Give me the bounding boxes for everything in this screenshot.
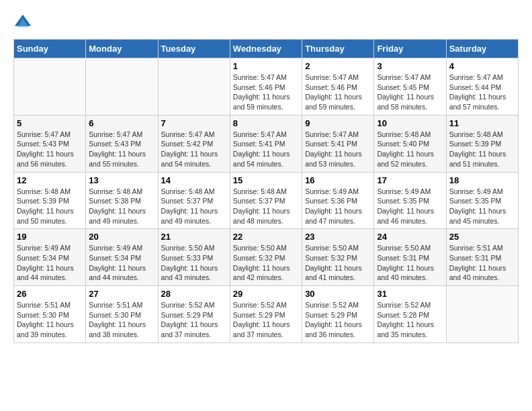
day-cell: 8Sunrise: 5:47 AM Sunset: 5:41 PM Daylig… — [230, 115, 302, 172]
day-number: 17 — [377, 175, 443, 185]
day-cell — [158, 58, 230, 116]
day-number: 6 — [89, 118, 154, 128]
day-number: 26 — [17, 289, 83, 299]
day-number: 13 — [89, 175, 154, 185]
day-cell: 7Sunrise: 5:47 AM Sunset: 5:42 PM Daylig… — [158, 115, 230, 172]
day-cell: 11Sunrise: 5:48 AM Sunset: 5:39 PM Dayli… — [446, 115, 518, 172]
day-cell — [446, 286, 518, 343]
day-cell: 2Sunrise: 5:47 AM Sunset: 5:46 PM Daylig… — [302, 58, 374, 116]
day-number: 5 — [17, 118, 83, 128]
day-number: 27 — [89, 289, 154, 299]
day-cell: 14Sunrise: 5:48 AM Sunset: 5:37 PM Dayli… — [158, 172, 230, 229]
day-cell: 6Sunrise: 5:47 AM Sunset: 5:43 PM Daylig… — [86, 115, 158, 172]
day-cell: 23Sunrise: 5:50 AM Sunset: 5:32 PM Dayli… — [302, 229, 374, 286]
day-number: 20 — [89, 232, 154, 242]
header — [13, 13, 519, 32]
day-cell: 26Sunrise: 5:51 AM Sunset: 5:30 PM Dayli… — [14, 286, 86, 343]
week-row-3: 19Sunrise: 5:49 AM Sunset: 5:34 PM Dayli… — [14, 229, 519, 286]
day-info: Sunrise: 5:47 AM Sunset: 5:42 PM Dayligh… — [161, 130, 227, 169]
day-info: Sunrise: 5:48 AM Sunset: 5:39 PM Dayligh… — [449, 130, 515, 169]
day-info: Sunrise: 5:47 AM Sunset: 5:41 PM Dayligh… — [233, 130, 299, 169]
day-number: 3 — [377, 61, 443, 71]
day-cell: 10Sunrise: 5:48 AM Sunset: 5:40 PM Dayli… — [374, 115, 446, 172]
week-row-0: 1Sunrise: 5:47 AM Sunset: 5:46 PM Daylig… — [14, 58, 519, 116]
day-info: Sunrise: 5:47 AM Sunset: 5:44 PM Dayligh… — [449, 73, 515, 112]
day-info: Sunrise: 5:49 AM Sunset: 5:34 PM Dayligh… — [17, 243, 83, 283]
day-number: 8 — [233, 118, 299, 128]
day-cell — [86, 58, 158, 116]
day-info: Sunrise: 5:49 AM Sunset: 5:35 PM Dayligh… — [449, 187, 515, 226]
week-row-1: 5Sunrise: 5:47 AM Sunset: 5:43 PM Daylig… — [14, 115, 519, 172]
day-cell: 13Sunrise: 5:48 AM Sunset: 5:38 PM Dayli… — [86, 172, 158, 229]
day-number: 25 — [449, 232, 515, 242]
logo — [13, 13, 35, 32]
day-number: 29 — [233, 289, 299, 299]
day-cell: 28Sunrise: 5:52 AM Sunset: 5:29 PM Dayli… — [158, 286, 230, 343]
day-number: 4 — [449, 61, 515, 71]
day-cell: 9Sunrise: 5:47 AM Sunset: 5:41 PM Daylig… — [302, 115, 374, 172]
day-cell: 24Sunrise: 5:50 AM Sunset: 5:31 PM Dayli… — [374, 229, 446, 286]
day-number: 1 — [233, 61, 299, 71]
header-row: SundayMondayTuesdayWednesdayThursdayFrid… — [14, 40, 519, 58]
day-cell: 19Sunrise: 5:49 AM Sunset: 5:34 PM Dayli… — [14, 229, 86, 286]
header-cell-saturday: Saturday — [446, 40, 518, 58]
week-row-2: 12Sunrise: 5:48 AM Sunset: 5:39 PM Dayli… — [14, 172, 519, 229]
header-cell-thursday: Thursday — [302, 40, 374, 58]
day-info: Sunrise: 5:48 AM Sunset: 5:40 PM Dayligh… — [377, 130, 443, 169]
day-number: 15 — [233, 175, 299, 185]
day-cell: 15Sunrise: 5:48 AM Sunset: 5:37 PM Dayli… — [230, 172, 302, 229]
day-number: 2 — [305, 61, 371, 71]
day-info: Sunrise: 5:47 AM Sunset: 5:45 PM Dayligh… — [377, 73, 443, 112]
day-info: Sunrise: 5:48 AM Sunset: 5:39 PM Dayligh… — [17, 187, 83, 226]
day-number: 16 — [305, 175, 371, 185]
day-info: Sunrise: 5:51 AM Sunset: 5:30 PM Dayligh… — [89, 300, 154, 340]
day-number: 30 — [305, 289, 371, 299]
day-number: 12 — [17, 175, 83, 185]
day-cell: 17Sunrise: 5:49 AM Sunset: 5:35 PM Dayli… — [374, 172, 446, 229]
day-number: 23 — [305, 232, 371, 242]
day-cell: 25Sunrise: 5:51 AM Sunset: 5:31 PM Dayli… — [446, 229, 518, 286]
header-cell-tuesday: Tuesday — [158, 40, 230, 58]
day-cell: 3Sunrise: 5:47 AM Sunset: 5:45 PM Daylig… — [374, 58, 446, 116]
day-info: Sunrise: 5:52 AM Sunset: 5:29 PM Dayligh… — [305, 300, 371, 340]
day-info: Sunrise: 5:47 AM Sunset: 5:46 PM Dayligh… — [305, 73, 371, 112]
day-info: Sunrise: 5:50 AM Sunset: 5:31 PM Dayligh… — [377, 243, 443, 283]
day-info: Sunrise: 5:48 AM Sunset: 5:38 PM Dayligh… — [89, 187, 154, 226]
day-info: Sunrise: 5:49 AM Sunset: 5:35 PM Dayligh… — [377, 187, 443, 226]
day-number: 21 — [161, 232, 227, 242]
header-cell-monday: Monday — [86, 40, 158, 58]
logo-icon — [13, 13, 32, 32]
week-row-4: 26Sunrise: 5:51 AM Sunset: 5:30 PM Dayli… — [14, 286, 519, 343]
day-info: Sunrise: 5:50 AM Sunset: 5:32 PM Dayligh… — [233, 243, 299, 283]
day-info: Sunrise: 5:49 AM Sunset: 5:36 PM Dayligh… — [305, 187, 371, 226]
day-number: 22 — [233, 232, 299, 242]
header-cell-sunday: Sunday — [14, 40, 86, 58]
day-info: Sunrise: 5:47 AM Sunset: 5:43 PM Dayligh… — [17, 130, 83, 169]
day-info: Sunrise: 5:47 AM Sunset: 5:46 PM Dayligh… — [233, 73, 299, 112]
day-cell: 5Sunrise: 5:47 AM Sunset: 5:43 PM Daylig… — [14, 115, 86, 172]
day-number: 9 — [305, 118, 371, 128]
day-cell: 30Sunrise: 5:52 AM Sunset: 5:29 PM Dayli… — [302, 286, 374, 343]
day-cell: 20Sunrise: 5:49 AM Sunset: 5:34 PM Dayli… — [86, 229, 158, 286]
day-cell: 29Sunrise: 5:52 AM Sunset: 5:29 PM Dayli… — [230, 286, 302, 343]
day-info: Sunrise: 5:51 AM Sunset: 5:30 PM Dayligh… — [17, 300, 83, 340]
day-number: 7 — [161, 118, 227, 128]
calendar-header: SundayMondayTuesdayWednesdayThursdayFrid… — [14, 40, 519, 58]
header-cell-wednesday: Wednesday — [230, 40, 302, 58]
header-cell-friday: Friday — [374, 40, 446, 58]
day-number: 28 — [161, 289, 227, 299]
day-info: Sunrise: 5:47 AM Sunset: 5:43 PM Dayligh… — [89, 130, 154, 169]
day-info: Sunrise: 5:47 AM Sunset: 5:41 PM Dayligh… — [305, 130, 371, 169]
day-cell: 12Sunrise: 5:48 AM Sunset: 5:39 PM Dayli… — [14, 172, 86, 229]
day-cell: 27Sunrise: 5:51 AM Sunset: 5:30 PM Dayli… — [86, 286, 158, 343]
day-number: 11 — [449, 118, 515, 128]
day-info: Sunrise: 5:52 AM Sunset: 5:28 PM Dayligh… — [377, 300, 443, 340]
day-info: Sunrise: 5:50 AM Sunset: 5:32 PM Dayligh… — [305, 243, 371, 283]
day-info: Sunrise: 5:50 AM Sunset: 5:33 PM Dayligh… — [161, 243, 227, 283]
day-cell — [14, 58, 86, 116]
day-cell: 1Sunrise: 5:47 AM Sunset: 5:46 PM Daylig… — [230, 58, 302, 116]
day-number: 18 — [449, 175, 515, 185]
calendar-table: SundayMondayTuesdayWednesdayThursdayFrid… — [13, 39, 519, 343]
day-number: 24 — [377, 232, 443, 242]
day-cell: 16Sunrise: 5:49 AM Sunset: 5:36 PM Dayli… — [302, 172, 374, 229]
